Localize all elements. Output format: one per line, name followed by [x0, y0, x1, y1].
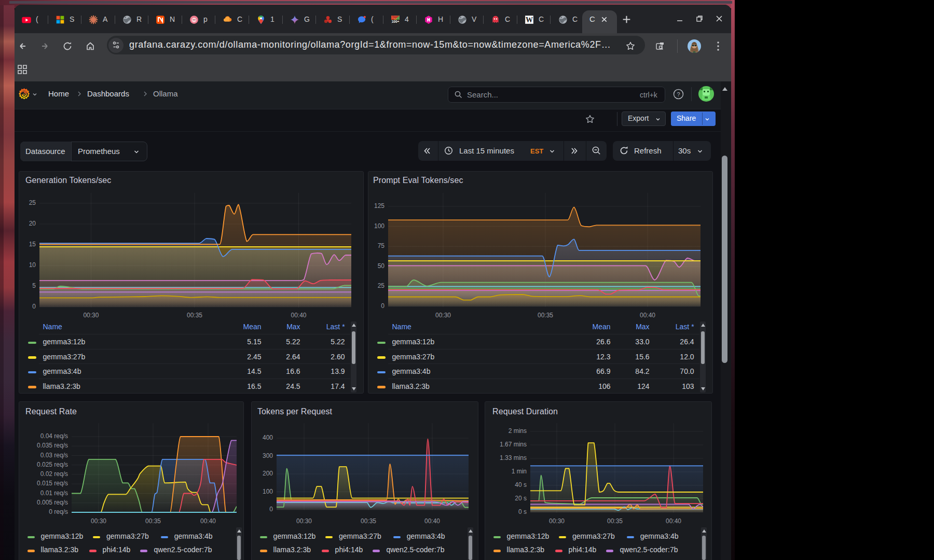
svg-text:W: W	[526, 16, 533, 24]
svg-text:100+: 100+	[392, 20, 400, 23]
svg-text:?: ?	[677, 91, 680, 97]
